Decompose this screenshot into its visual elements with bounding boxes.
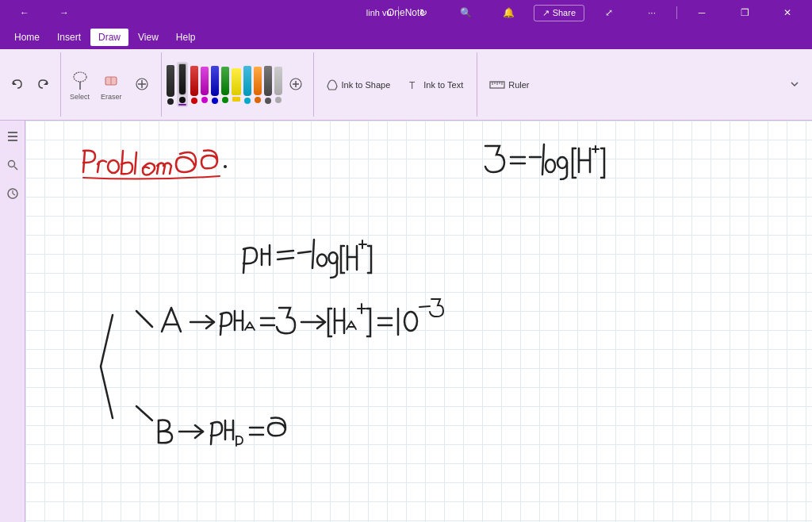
pen-darkgray[interactable] bbox=[264, 66, 272, 104]
pen-blue[interactable] bbox=[211, 66, 219, 104]
ribbon: Select Eraser bbox=[0, 49, 812, 121]
search-button[interactable]: 🔍 bbox=[448, 0, 485, 25]
ink-tools-group: Ink to Shape T Ink to Text bbox=[319, 52, 478, 117]
expand-button[interactable]: ⤢ bbox=[591, 0, 627, 25]
ruler-button[interactable]: Ruler bbox=[482, 67, 536, 102]
ribbon-expand-button[interactable] bbox=[783, 63, 806, 107]
formula-line-A bbox=[136, 299, 443, 336]
back-button[interactable]: ← bbox=[6, 0, 43, 25]
eraser-button[interactable]: Eraser bbox=[97, 63, 126, 107]
share-button[interactable]: ↗ Share bbox=[534, 5, 584, 21]
svg-marker-0 bbox=[13, 81, 17, 85]
svg-point-2 bbox=[74, 72, 86, 82]
menu-home[interactable]: Home bbox=[6, 29, 48, 46]
svg-line-57 bbox=[419, 306, 430, 307]
svg-point-27 bbox=[108, 160, 119, 173]
svg-point-56 bbox=[404, 312, 417, 331]
divider2 bbox=[676, 6, 677, 19]
sidebar bbox=[0, 121, 25, 522]
ph-formula-top bbox=[485, 144, 604, 179]
more-button[interactable]: ··· bbox=[634, 0, 670, 25]
app-title: OneNote bbox=[387, 7, 425, 18]
svg-line-26 bbox=[13, 194, 15, 195]
svg-point-33 bbox=[557, 157, 567, 168]
maximize-button[interactable]: ❐ bbox=[726, 0, 763, 25]
add-tool-button[interactable] bbox=[129, 63, 155, 107]
svg-point-28 bbox=[224, 165, 227, 168]
pen-yellow[interactable] bbox=[232, 68, 241, 102]
undo-redo-group bbox=[6, 52, 61, 117]
svg-rect-21 bbox=[8, 140, 17, 141]
svg-text:T: T bbox=[409, 80, 416, 91]
lasso-select-button[interactable]: Select bbox=[66, 63, 94, 107]
svg-rect-20 bbox=[8, 136, 17, 137]
pen-red[interactable] bbox=[190, 66, 198, 104]
menu-draw[interactable]: Draw bbox=[90, 29, 128, 46]
svg-line-23 bbox=[14, 167, 17, 170]
window-nav: ← → bbox=[6, 0, 82, 25]
pen-black1[interactable] bbox=[167, 65, 174, 105]
minimize-button[interactable]: ─ bbox=[684, 0, 720, 25]
svg-rect-19 bbox=[8, 132, 17, 133]
pen-gray[interactable] bbox=[274, 67, 282, 103]
pen-magenta[interactable] bbox=[201, 67, 209, 103]
svg-point-39 bbox=[317, 255, 327, 267]
sidebar-clock-icon[interactable] bbox=[3, 184, 22, 203]
pen-orange[interactable] bbox=[254, 67, 262, 103]
window-controls: linh vu ↻ 🔍 🔔 ↗ Share ⤢ ··· ─ ❐ ✕ bbox=[366, 0, 806, 25]
menu-insert[interactable]: Insert bbox=[49, 29, 89, 46]
svg-line-38 bbox=[298, 251, 311, 253]
svg-line-43 bbox=[136, 311, 152, 327]
svg-point-32 bbox=[546, 159, 555, 172]
selection-group: Select Eraser bbox=[66, 52, 162, 117]
problem-69-title bbox=[83, 151, 227, 179]
svg-point-22 bbox=[8, 161, 14, 167]
pen-black2-selected[interactable] bbox=[177, 62, 188, 107]
pen-tools-group bbox=[167, 52, 314, 117]
note-canvas[interactable] bbox=[25, 121, 812, 522]
forward-button[interactable]: → bbox=[46, 0, 82, 25]
formula-line-B bbox=[136, 406, 285, 446]
pen-cyan[interactable] bbox=[243, 66, 251, 104]
svg-line-36 bbox=[278, 251, 293, 252]
sidebar-pages-icon[interactable] bbox=[3, 127, 22, 146]
ink-to-shape-button[interactable]: Ink to Shape bbox=[319, 67, 398, 102]
sidebar-search-icon[interactable] bbox=[3, 155, 22, 175]
ph-formula-middle bbox=[243, 240, 371, 278]
title-bar: ← → OneNote linh vu ↻ 🔍 🔔 ↗ Share ⤢ ··· … bbox=[0, 0, 812, 25]
svg-line-37 bbox=[278, 258, 293, 259]
redo-button[interactable] bbox=[32, 63, 54, 107]
ruler-group: Ruler bbox=[482, 52, 542, 117]
pen-green[interactable] bbox=[221, 67, 229, 103]
menu-bar: Home Insert Draw View Help bbox=[0, 25, 812, 49]
menu-help[interactable]: Help bbox=[168, 29, 204, 46]
left-bracket bbox=[101, 315, 113, 418]
undo-button[interactable] bbox=[6, 63, 29, 107]
svg-line-58 bbox=[136, 406, 152, 420]
handwriting-content bbox=[25, 121, 812, 522]
svg-marker-1 bbox=[44, 81, 48, 85]
add-pen-button[interactable] bbox=[285, 65, 307, 105]
notifications-button[interactable]: 🔔 bbox=[491, 0, 527, 25]
menu-view[interactable]: View bbox=[130, 29, 167, 46]
ink-to-text-button[interactable]: T Ink to Text bbox=[400, 67, 470, 102]
close-button[interactable]: ✕ bbox=[769, 0, 806, 25]
